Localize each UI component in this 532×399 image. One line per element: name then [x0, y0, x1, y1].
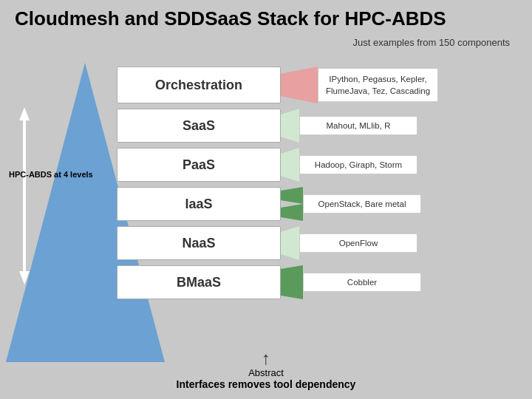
svg-marker-4 [281, 66, 318, 103]
page-title: Cloudmesh and SDDSaaS Stack for HPC-ABDS [15, 7, 446, 30]
svg-marker-9 [281, 226, 299, 260]
naas-row: NaaS OpenFlow [117, 226, 417, 260]
orchestration-label: Orchestration [155, 78, 242, 93]
iaas-row: IaaS OpenStack, Bare metal [117, 187, 421, 221]
svg-marker-3 [19, 271, 30, 284]
saas-box: SaaS [117, 109, 281, 143]
svg-marker-5 [281, 109, 299, 143]
iaas-connector [281, 187, 303, 221]
orchestration-connector [281, 66, 318, 103]
saas-side-label: Mahout, MLlib, R [299, 116, 417, 135]
iaas-side-label: OpenStack, Bare metal [303, 194, 421, 214]
page: Cloudmesh and SDDSaaS Stack for HPC-ABDS… [0, 0, 532, 399]
paas-label: PaaS [183, 157, 215, 173]
abstract-line1: Abstract [0, 367, 532, 378]
abstract-line2: Interfaces removes tool dependency [0, 378, 532, 390]
iaas-label: IaaS [185, 197, 212, 212]
svg-marker-8 [281, 204, 303, 221]
naas-box: NaaS [117, 226, 281, 260]
saas-label: SaaS [183, 118, 215, 134]
svg-marker-10 [281, 265, 303, 299]
hpc-abds-label: HPC-ABDS at 4 levels [9, 170, 93, 179]
naas-label: NaaS [182, 236, 215, 251]
saas-connector [281, 109, 299, 143]
svg-rect-2 [23, 120, 26, 271]
naas-side-label: OpenFlow [299, 233, 417, 253]
orchestration-box: Orchestration [117, 66, 281, 103]
abstract-section: ↑ Abstract Interfaces removes tool depen… [0, 349, 532, 390]
subtitle: Just examples from 150 components [353, 37, 510, 48]
iaas-box: IaaS [117, 187, 281, 221]
bmaas-label: BMaaS [177, 275, 221, 290]
paas-box: PaaS [117, 148, 281, 182]
svg-marker-6 [281, 148, 299, 182]
bmaas-connector [281, 265, 303, 299]
paas-side-label: Hadoop, Giraph, Storm [299, 155, 417, 174]
double-arrow-icon [13, 107, 35, 284]
abstract-up-arrow-icon: ↑ [0, 349, 532, 367]
svg-marker-1 [19, 107, 30, 120]
orchestration-row: Orchestration IPython, Pegasus, Kepler,F… [117, 66, 438, 103]
bmaas-box: BMaaS [117, 265, 281, 299]
saas-row: SaaS Mahout, MLlib, R [117, 109, 417, 143]
orchestration-side-label: IPython, Pegasus, Kepler,FlumeJava, Tez,… [318, 68, 438, 102]
naas-connector [281, 226, 299, 260]
svg-marker-7 [281, 187, 303, 204]
bmaas-side-label: Cobbler [303, 273, 421, 292]
paas-connector [281, 148, 299, 182]
bmaas-row: BMaaS Cobbler [117, 265, 421, 299]
paas-row: PaaS Hadoop, Giraph, Storm [117, 148, 417, 182]
